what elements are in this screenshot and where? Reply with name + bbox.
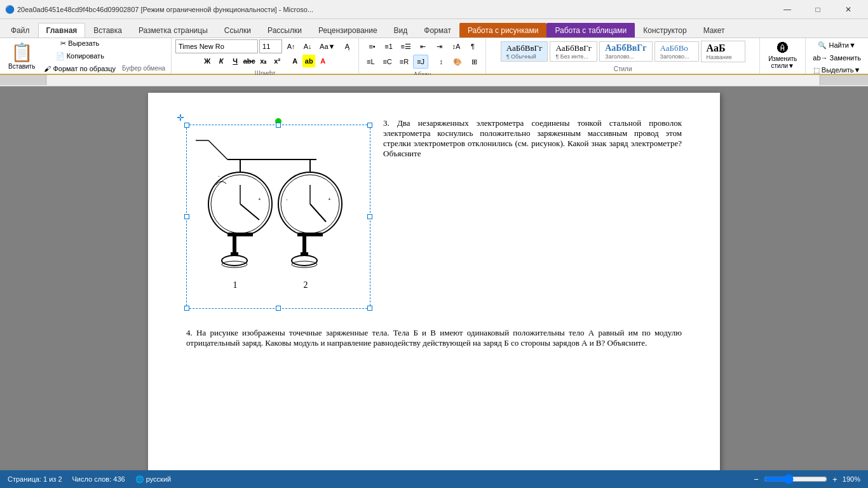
- tab-table-tools[interactable]: Работа с таблицами: [546, 23, 635, 37]
- svg-text:-: -: [286, 196, 288, 202]
- find-button[interactable]: 🔍 Найти▼: [815, 39, 858, 51]
- handle-tl[interactable]: [184, 123, 189, 128]
- handle-tr[interactable]: [367, 123, 372, 128]
- svg-rect-29: [302, 236, 306, 252]
- shading-button[interactable]: 🎨: [450, 55, 465, 69]
- show-marks-button[interactable]: ¶: [465, 39, 480, 53]
- ribbon-toolbar: 📋Вставить ✂ Вырезать 📄 Копировать 🖌 Форм…: [0, 38, 868, 75]
- clear-format-button[interactable]: Ą: [339, 39, 355, 53]
- increase-indent-button[interactable]: ⇥: [432, 39, 447, 53]
- svg-text:2: 2: [304, 280, 308, 290]
- font-color-button[interactable]: A: [316, 55, 329, 67]
- svg-text:-: -: [218, 173, 220, 179]
- decrease-indent-button[interactable]: ⇤: [416, 39, 431, 53]
- superscript-button[interactable]: х²: [271, 55, 283, 67]
- numbering-button[interactable]: ≡1: [381, 39, 397, 53]
- align-center-button[interactable]: ≡C: [379, 55, 395, 69]
- replace-button[interactable]: ab→ Заменить: [810, 52, 864, 64]
- svg-text:1: 1: [233, 280, 238, 290]
- document-area: ✛: [0, 86, 868, 470]
- ruler: [0, 75, 868, 86]
- tab-format[interactable]: Формат: [416, 23, 459, 37]
- multilevel-list-button[interactable]: ≡☰: [398, 39, 414, 53]
- status-left: Страница: 1 из 2 Число слов: 436 🌐 русск…: [8, 475, 171, 484]
- handle-bl[interactable]: [184, 306, 189, 311]
- image-box[interactable]: ✛: [186, 125, 370, 309]
- clipboard-label: Буфер обмена: [120, 64, 167, 72]
- styles-group-label: Стили: [614, 64, 632, 72]
- handle-lc[interactable]: [184, 214, 189, 219]
- handle-br[interactable]: [367, 306, 372, 311]
- style-normal[interactable]: АаБбВвГг ¶ Обычный: [501, 41, 548, 62]
- tab-refs[interactable]: Ссылки: [216, 23, 259, 37]
- style-heading1[interactable]: АаБбВвГг Заголово...: [599, 41, 652, 62]
- justify-button[interactable]: ≡J: [413, 55, 428, 69]
- font-family-input[interactable]: [175, 39, 258, 53]
- electrometer-image: - + 1: [189, 128, 367, 306]
- ribbon-tabs: Файл Главная Вставка Разметка страницы С…: [0, 19, 868, 38]
- cut-button[interactable]: ✂ Вырезать: [41, 37, 119, 50]
- move-handle[interactable]: ✛: [177, 112, 184, 123]
- align-left-button[interactable]: ≡L: [363, 55, 378, 69]
- text-effects-button[interactable]: A: [288, 55, 301, 67]
- editing-group: 🔍 Найти▼ ab→ Заменить ⬚ Выделить▼ Редакт…: [806, 38, 868, 74]
- tab-review[interactable]: Рецензирование: [310, 23, 386, 37]
- tab-constructor[interactable]: Конструктор: [635, 23, 695, 37]
- sort-button[interactable]: ↕A: [449, 39, 464, 53]
- tab-mailings[interactable]: Рассылки: [259, 23, 310, 37]
- underline-button[interactable]: Ч: [229, 55, 241, 67]
- paste-button[interactable]: 📋Вставить: [4, 39, 39, 72]
- svg-rect-2: [820, 75, 868, 85]
- content-row-3: ✛: [186, 118, 682, 309]
- svg-rect-28: [297, 233, 323, 236]
- style-heading2[interactable]: АаБбВо Заголово...: [654, 41, 699, 62]
- svg-rect-16: [227, 233, 253, 236]
- title-bar: 🔵 20ea0ad6451e48cd9f4bc46d09902807 [Режи…: [0, 0, 868, 19]
- bullets-button[interactable]: ≡•: [365, 39, 380, 53]
- paragraph-3-text: 3. Два незаряженных электрометра соедине…: [383, 118, 682, 168]
- bold-button[interactable]: Ж: [201, 55, 214, 67]
- handle-rc[interactable]: [367, 214, 372, 219]
- zoom-out-button[interactable]: −: [754, 475, 759, 484]
- image-container[interactable]: ✛: [186, 125, 370, 309]
- tab-file[interactable]: Файл: [3, 23, 38, 37]
- maximize-button[interactable]: □: [803, 0, 832, 19]
- tab-home[interactable]: Главная: [38, 23, 86, 37]
- handle-tc[interactable]: [276, 123, 281, 128]
- tab-layout2[interactable]: Макет: [695, 23, 733, 37]
- clipboard-group: 📋Вставить ✂ Вырезать 📄 Копировать 🖌 Форм…: [0, 38, 172, 74]
- tab-picture-tools[interactable]: Работа с рисунками: [459, 23, 546, 37]
- align-right-button[interactable]: ≡R: [397, 55, 412, 69]
- svg-line-8: [208, 140, 227, 159]
- change-style-button[interactable]: 🅐Изменитьстили▼: [764, 39, 801, 71]
- para3: 3. Два незаряженных электрометра соедине…: [383, 118, 682, 159]
- window-controls: — □ ✕: [773, 0, 863, 19]
- handle-bc[interactable]: [276, 306, 281, 311]
- minimize-button[interactable]: —: [773, 0, 802, 19]
- copy-button[interactable]: 📄 Копировать: [41, 50, 119, 62]
- borders-button[interactable]: ⊞: [466, 55, 482, 69]
- format-painter-button[interactable]: 🖌 Формат по образцу: [41, 63, 119, 74]
- tab-layout[interactable]: Разметка страницы: [130, 23, 216, 37]
- italic-button[interactable]: К: [215, 55, 227, 67]
- change-case-button[interactable]: Aa▼: [316, 39, 338, 53]
- style-title[interactable]: АаБ Название: [701, 41, 745, 62]
- tab-view[interactable]: Вид: [386, 23, 416, 37]
- svg-text:+: +: [328, 196, 331, 202]
- page-count: Страница: 1 из 2: [8, 475, 62, 483]
- close-button[interactable]: ✕: [834, 0, 863, 19]
- tab-insert[interactable]: Вставка: [85, 23, 130, 37]
- language-indicator: 🌐 русский: [135, 475, 172, 484]
- style-no-interval[interactable]: АаБбВвГг ¶ Без инте...: [550, 41, 597, 62]
- zoom-in-button[interactable]: +: [832, 475, 837, 484]
- font-size-decrease-button[interactable]: A↓: [300, 39, 315, 53]
- font-size-input[interactable]: [259, 39, 282, 53]
- subscript-button[interactable]: х₂: [257, 55, 269, 67]
- font-group: A↑ A↓ Aa▼ Ą Ж К Ч abc х₂ х² A ab A Шрифт: [172, 38, 359, 74]
- status-right: − + 190%: [754, 474, 860, 484]
- strikethrough-button[interactable]: abc: [243, 55, 255, 67]
- highlight-button[interactable]: ab: [302, 55, 315, 67]
- line-spacing-button[interactable]: ↕: [433, 55, 449, 69]
- font-size-increase-button[interactable]: A↑: [283, 39, 299, 53]
- zoom-slider[interactable]: [764, 474, 827, 484]
